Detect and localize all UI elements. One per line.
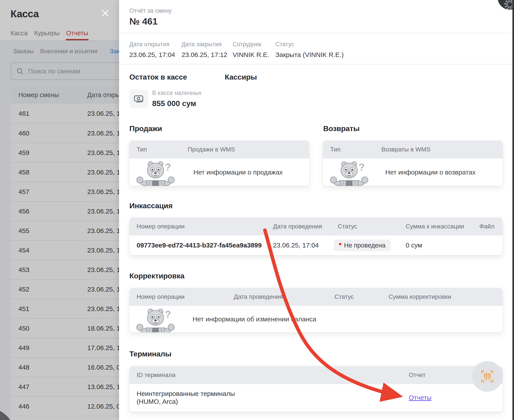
banknote-icon: [133, 93, 144, 104]
operation-date: 23.06.25, 17:04: [273, 241, 319, 249]
reports-link[interactable]: Отчеты: [409, 394, 431, 401]
meta-label: Дата открытия: [129, 41, 169, 48]
cash-label: В кассе наличных: [152, 90, 202, 97]
close-icon[interactable]: [100, 8, 111, 18]
barcode-icon: [481, 370, 494, 383]
collection-table: Номер операции Дата проведения Статус Су…: [129, 218, 503, 255]
report-label: Отчёт за смену: [129, 8, 172, 14]
modal-backdrop[interactable]: [0, 0, 119, 420]
sales-empty-text: Нет информации о продажах: [193, 169, 283, 176]
terminal-row: Неинтегрированные терминалы (HUMO, Arca)…: [129, 384, 503, 412]
returns-empty-row: ? K Нет информации о возвратах: [323, 158, 503, 186]
sales-empty-row: ? K Нет информации о продажах: [129, 158, 309, 186]
sales-table: Тип Продажи в WMS ?: [129, 141, 309, 186]
adjustment-title: Корректировка: [129, 272, 184, 280]
adjustment-table: Номер операции Дата проведения Статус Су…: [129, 288, 503, 332]
terminal-name-2: (HUMO, Arca): [137, 398, 178, 405]
terminal-name: Неинтегрированные терминалы: [137, 390, 235, 398]
sales-table-header: Тип Продажи в WMS: [129, 141, 309, 158]
meta-label: Сотрудник: [233, 41, 261, 48]
adjustment-empty-text: Нет информации об изменении баланса: [193, 315, 316, 323]
adjustment-empty-row: ? K Нет информации об изменении баланса: [129, 306, 503, 332]
status-dot: [339, 243, 341, 245]
collection-amount: 0 сум: [406, 241, 422, 249]
bear-mascot: ? K: [134, 307, 178, 332]
svg-text:?: ?: [359, 162, 365, 173]
meta-label: Статус: [275, 41, 294, 48]
meta-value: 23.06.25, 17:04: [129, 51, 175, 59]
operation-id: 09773ee9-ed72-4413-b327-fa45ea9a3899: [137, 241, 262, 249]
adjustment-table-header: Номер операции Дата проведения Статус Су…: [129, 288, 503, 306]
meta-value: Закрыта (VINNIK R.E.): [275, 51, 344, 59]
bear-mascot: ? K: [328, 160, 372, 186]
app-root: Касса КассаКурьерыОтчеты ЗаказыВнесения …: [0, 0, 514, 420]
balance-title: Остаток в кассе: [129, 73, 187, 81]
meta-value: 23.06.25, 17:12: [181, 51, 227, 59]
terminals-table: ID терминала Отчет Неинтегрированные тер…: [129, 366, 503, 412]
sales-title: Продажи: [129, 124, 162, 133]
cashiers-title: Кассиры: [225, 73, 257, 81]
bear-mascot: ? K: [134, 160, 178, 186]
right-edge-panel: [513, 0, 514, 420]
collection-table-header: Номер операции Дата проведения Статус Су…: [129, 218, 503, 235]
meta-label: Дата закрытия: [181, 41, 222, 48]
terminals-title: Терминалы: [129, 350, 172, 358]
status-badge: Не проведена: [334, 240, 391, 251]
collection-row: 09773ee9-ed72-4413-b327-fa45ea9a3899 23.…: [129, 235, 503, 255]
report-number: № 461: [129, 16, 158, 27]
meta-value: VINNIK R.E.: [233, 51, 269, 59]
returns-table-header: Тип Возвраты в WMS: [323, 141, 503, 158]
barcode-scanner-button[interactable]: [472, 361, 503, 392]
divider: [119, 33, 514, 33]
svg-text:?: ?: [165, 162, 171, 173]
shift-report-panel: Отчёт за смену № 461 Дата открытия Дата …: [119, 0, 514, 420]
collection-title: Инкассация: [129, 202, 173, 210]
cash-value: 855 000 сум: [152, 99, 196, 108]
terminals-table-header: ID терминала Отчет: [129, 366, 503, 384]
svg-text:?: ?: [165, 309, 171, 320]
returns-empty-text: Нет информации о возвратах: [385, 169, 476, 176]
divider: [119, 64, 514, 64]
cash-tile: [129, 90, 148, 108]
returns-title: Возвраты: [323, 124, 360, 133]
returns-table: Тип Возвраты в WMS ?: [323, 141, 503, 186]
